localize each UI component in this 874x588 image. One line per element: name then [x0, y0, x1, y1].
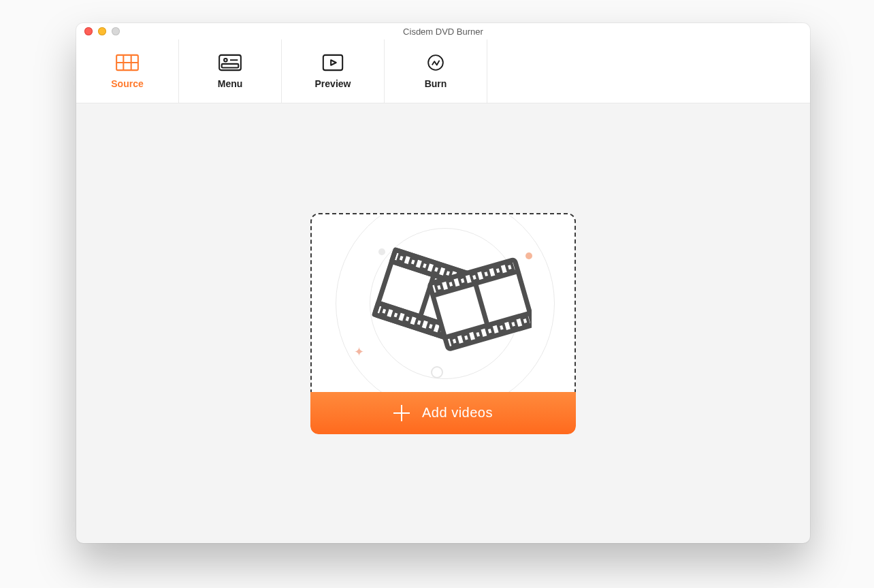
- content-area: ✦: [76, 103, 810, 543]
- tab-preview[interactable]: Preview: [282, 39, 385, 103]
- tab-burn[interactable]: Burn: [385, 39, 487, 103]
- tab-label: Preview: [315, 78, 351, 89]
- svg-rect-7: [222, 63, 239, 67]
- play-preview-icon: [321, 54, 344, 71]
- film-strips-icon: [355, 236, 532, 375]
- tab-source[interactable]: Source: [76, 39, 179, 103]
- add-videos-button[interactable]: Add videos: [310, 392, 576, 434]
- svg-marker-9: [331, 60, 336, 65]
- close-window-button[interactable]: [84, 27, 93, 35]
- tab-label: Menu: [218, 78, 243, 89]
- fullscreen-window-button[interactable]: [112, 27, 120, 35]
- tab-label: Source: [111, 78, 143, 89]
- svg-point-5: [224, 58, 227, 61]
- svg-point-11: [438, 60, 440, 61]
- tab-label: Burn: [425, 78, 447, 89]
- add-videos-label: Add videos: [422, 405, 493, 421]
- svg-rect-8: [323, 54, 342, 69]
- plus-icon: [393, 405, 410, 421]
- titlebar: Cisdem DVD Burner: [76, 23, 810, 39]
- burn-disc-icon: [424, 54, 447, 71]
- traffic-lights: [76, 27, 120, 35]
- menu-layout-icon: [218, 54, 242, 71]
- tab-menu[interactable]: Menu: [179, 39, 282, 103]
- video-drop-zone[interactable]: ✦: [310, 213, 576, 392]
- main-tabs: Source Menu: [76, 39, 810, 103]
- minimize-window-button[interactable]: [98, 27, 106, 35]
- app-window: Cisdem DVD Burner Source: [76, 23, 810, 543]
- drop-zone-artwork: ✦: [312, 214, 574, 392]
- add-videos-card: ✦: [310, 213, 576, 434]
- window-title: Cisdem DVD Burner: [76, 27, 810, 37]
- film-strip-icon: [116, 54, 139, 71]
